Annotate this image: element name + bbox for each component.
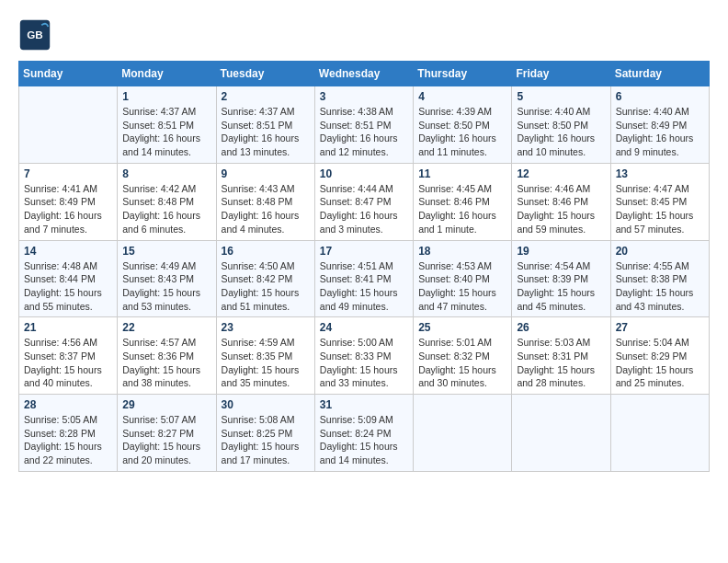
calendar-cell: 26Sunrise: 5:03 AM Sunset: 8:31 PM Dayli…: [512, 317, 610, 395]
day-info: Sunrise: 5:00 AM Sunset: 8:33 PM Dayligh…: [320, 336, 408, 390]
weekday-header-wednesday: Wednesday: [314, 62, 413, 86]
day-number: 20: [616, 245, 704, 258]
day-info: Sunrise: 4:42 AM Sunset: 8:48 PM Dayligh…: [122, 182, 210, 236]
weekday-header-thursday: Thursday: [414, 62, 512, 86]
day-number: 6: [616, 90, 704, 103]
day-info: Sunrise: 4:47 AM Sunset: 8:45 PM Dayligh…: [616, 182, 704, 236]
calendar-cell: 1Sunrise: 4:37 AM Sunset: 8:51 PM Daylig…: [118, 86, 216, 164]
calendar-cell: [512, 395, 610, 472]
day-info: Sunrise: 5:03 AM Sunset: 8:31 PM Dayligh…: [517, 336, 605, 390]
calendar-cell: 11Sunrise: 4:45 AM Sunset: 8:46 PM Dayli…: [414, 163, 512, 240]
day-info: Sunrise: 4:38 AM Sunset: 8:51 PM Dayligh…: [320, 105, 408, 159]
calendar-cell: 17Sunrise: 4:51 AM Sunset: 8:41 PM Dayli…: [314, 240, 413, 317]
svg-text:GB: GB: [27, 29, 43, 40]
calendar-cell: 4Sunrise: 4:39 AM Sunset: 8:50 PM Daylig…: [414, 86, 512, 164]
calendar-cell: 2Sunrise: 4:37 AM Sunset: 8:51 PM Daylig…: [216, 86, 314, 164]
day-info: Sunrise: 5:05 AM Sunset: 8:28 PM Dayligh…: [24, 413, 112, 467]
calendar-cell: 29Sunrise: 5:07 AM Sunset: 8:27 PM Dayli…: [118, 395, 216, 472]
calendar-week-4: 21Sunrise: 4:56 AM Sunset: 8:37 PM Dayli…: [19, 317, 710, 395]
day-number: 3: [320, 90, 408, 103]
day-number: 12: [517, 167, 605, 180]
calendar-week-5: 28Sunrise: 5:05 AM Sunset: 8:28 PM Dayli…: [19, 395, 710, 472]
logo: GB: [18, 18, 55, 52]
calendar-cell: 31Sunrise: 5:09 AM Sunset: 8:24 PM Dayli…: [314, 395, 413, 472]
day-info: Sunrise: 4:57 AM Sunset: 8:36 PM Dayligh…: [122, 336, 210, 390]
calendar-cell: 14Sunrise: 4:48 AM Sunset: 8:44 PM Dayli…: [19, 240, 118, 317]
day-info: Sunrise: 4:37 AM Sunset: 8:51 PM Dayligh…: [122, 105, 210, 159]
calendar-cell: 30Sunrise: 5:08 AM Sunset: 8:25 PM Dayli…: [216, 395, 314, 472]
calendar-cell: 7Sunrise: 4:41 AM Sunset: 8:49 PM Daylig…: [19, 163, 118, 240]
calendar-cell: [414, 395, 512, 472]
calendar-cell: [19, 86, 118, 164]
day-number: 13: [616, 167, 704, 180]
calendar-cell: 21Sunrise: 4:56 AM Sunset: 8:37 PM Dayli…: [19, 317, 118, 395]
day-info: Sunrise: 5:01 AM Sunset: 8:32 PM Dayligh…: [418, 336, 506, 390]
logo-icon: GB: [18, 18, 51, 52]
calendar-week-1: 1Sunrise: 4:37 AM Sunset: 8:51 PM Daylig…: [19, 86, 710, 164]
calendar-cell: 3Sunrise: 4:38 AM Sunset: 8:51 PM Daylig…: [314, 86, 413, 164]
day-info: Sunrise: 4:56 AM Sunset: 8:37 PM Dayligh…: [24, 336, 112, 390]
weekday-header-monday: Monday: [118, 62, 216, 86]
day-info: Sunrise: 4:54 AM Sunset: 8:39 PM Dayligh…: [517, 259, 605, 314]
calendar-cell: 16Sunrise: 4:50 AM Sunset: 8:42 PM Dayli…: [216, 240, 314, 317]
day-number: 17: [320, 245, 408, 258]
day-number: 27: [616, 321, 704, 334]
day-number: 22: [122, 321, 210, 334]
calendar-cell: 9Sunrise: 4:43 AM Sunset: 8:48 PM Daylig…: [216, 163, 314, 240]
day-number: 25: [418, 321, 506, 334]
day-info: Sunrise: 4:37 AM Sunset: 8:51 PM Dayligh…: [222, 105, 310, 159]
day-info: Sunrise: 4:39 AM Sunset: 8:50 PM Dayligh…: [418, 105, 506, 159]
day-info: Sunrise: 4:43 AM Sunset: 8:48 PM Dayligh…: [222, 182, 310, 236]
day-info: Sunrise: 4:53 AM Sunset: 8:40 PM Dayligh…: [418, 259, 506, 314]
day-number: 24: [320, 321, 408, 334]
day-info: Sunrise: 5:09 AM Sunset: 8:24 PM Dayligh…: [320, 413, 408, 467]
calendar-body: 1Sunrise: 4:37 AM Sunset: 8:51 PM Daylig…: [19, 86, 710, 472]
day-number: 23: [222, 321, 310, 334]
day-number: 15: [122, 245, 210, 258]
day-info: Sunrise: 4:48 AM Sunset: 8:44 PM Dayligh…: [24, 259, 112, 314]
day-info: Sunrise: 4:49 AM Sunset: 8:43 PM Dayligh…: [122, 259, 210, 314]
calendar-cell: 13Sunrise: 4:47 AM Sunset: 8:45 PM Dayli…: [610, 163, 709, 240]
day-number: 18: [418, 245, 506, 258]
day-info: Sunrise: 4:55 AM Sunset: 8:38 PM Dayligh…: [616, 259, 704, 314]
day-info: Sunrise: 4:51 AM Sunset: 8:41 PM Dayligh…: [320, 259, 408, 314]
day-info: Sunrise: 4:45 AM Sunset: 8:46 PM Dayligh…: [418, 182, 506, 236]
day-number: 1: [122, 90, 210, 103]
calendar-cell: 28Sunrise: 5:05 AM Sunset: 8:28 PM Dayli…: [19, 395, 118, 472]
day-number: 16: [222, 245, 310, 258]
calendar-cell: 8Sunrise: 4:42 AM Sunset: 8:48 PM Daylig…: [118, 163, 216, 240]
calendar-week-3: 14Sunrise: 4:48 AM Sunset: 8:44 PM Dayli…: [19, 240, 710, 317]
day-info: Sunrise: 5:07 AM Sunset: 8:27 PM Dayligh…: [122, 413, 210, 467]
calendar-cell: 18Sunrise: 4:53 AM Sunset: 8:40 PM Dayli…: [414, 240, 512, 317]
calendar-cell: 20Sunrise: 4:55 AM Sunset: 8:38 PM Dayli…: [610, 240, 709, 317]
calendar-header-row: SundayMondayTuesdayWednesdayThursdayFrid…: [19, 62, 710, 86]
calendar-cell: 27Sunrise: 5:04 AM Sunset: 8:29 PM Dayli…: [610, 317, 709, 395]
calendar-cell: 22Sunrise: 4:57 AM Sunset: 8:36 PM Dayli…: [118, 317, 216, 395]
day-number: 5: [517, 90, 605, 103]
calendar-cell: 15Sunrise: 4:49 AM Sunset: 8:43 PM Dayli…: [118, 240, 216, 317]
day-info: Sunrise: 4:59 AM Sunset: 8:35 PM Dayligh…: [222, 336, 310, 390]
page-header: GB: [18, 18, 710, 52]
calendar-cell: 25Sunrise: 5:01 AM Sunset: 8:32 PM Dayli…: [414, 317, 512, 395]
calendar-cell: 12Sunrise: 4:46 AM Sunset: 8:46 PM Dayli…: [512, 163, 610, 240]
day-number: 26: [517, 321, 605, 334]
day-number: 29: [122, 398, 210, 411]
calendar-cell: 6Sunrise: 4:40 AM Sunset: 8:49 PM Daylig…: [610, 86, 709, 164]
calendar-cell: 10Sunrise: 4:44 AM Sunset: 8:47 PM Dayli…: [314, 163, 413, 240]
day-info: Sunrise: 5:04 AM Sunset: 8:29 PM Dayligh…: [616, 336, 704, 390]
day-info: Sunrise: 4:50 AM Sunset: 8:42 PM Dayligh…: [222, 259, 310, 314]
day-number: 2: [222, 90, 310, 103]
day-number: 8: [122, 167, 210, 180]
calendar-table: SundayMondayTuesdayWednesdayThursdayFrid…: [18, 61, 710, 472]
day-number: 30: [222, 398, 310, 411]
day-info: Sunrise: 4:44 AM Sunset: 8:47 PM Dayligh…: [320, 182, 408, 236]
calendar-cell: 5Sunrise: 4:40 AM Sunset: 8:50 PM Daylig…: [512, 86, 610, 164]
day-number: 11: [418, 167, 506, 180]
calendar-cell: 23Sunrise: 4:59 AM Sunset: 8:35 PM Dayli…: [216, 317, 314, 395]
day-info: Sunrise: 4:40 AM Sunset: 8:50 PM Dayligh…: [517, 105, 605, 159]
day-info: Sunrise: 4:40 AM Sunset: 8:49 PM Dayligh…: [616, 105, 704, 159]
calendar-cell: 24Sunrise: 5:00 AM Sunset: 8:33 PM Dayli…: [314, 317, 413, 395]
weekday-header-tuesday: Tuesday: [216, 62, 314, 86]
weekday-header-friday: Friday: [512, 62, 610, 86]
day-number: 14: [24, 245, 112, 258]
